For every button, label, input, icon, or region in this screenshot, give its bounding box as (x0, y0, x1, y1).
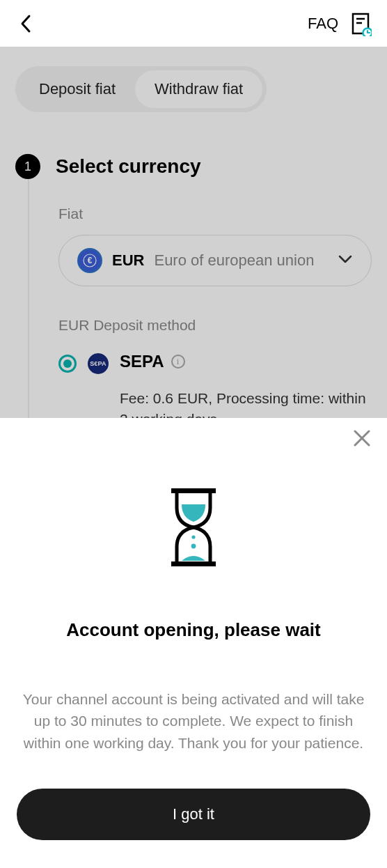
svg-rect-11 (171, 488, 216, 493)
step-1-header: 1 Select currency (15, 154, 372, 179)
modal-title: Account opening, please wait (66, 619, 321, 641)
header-right-group: FAQ (308, 13, 372, 35)
currency-code: EUR (112, 251, 144, 270)
close-icon (352, 428, 372, 448)
currency-select[interactable]: € EUR Euro of european union (58, 235, 372, 286)
top-header: FAQ (0, 0, 387, 47)
orders-icon[interactable] (351, 13, 372, 35)
fiat-tab-group: Deposit fiat Withdraw fiat (15, 66, 267, 112)
hourglass-icon (159, 487, 228, 568)
back-button[interactable] (15, 13, 38, 35)
modal-body: Account opening, please wait Your channe… (0, 449, 387, 754)
step-1-body: Fiat € EUR Euro of european union EUR De… (28, 179, 372, 431)
step-title: Select currency (56, 155, 201, 178)
chevron-down-icon (338, 254, 353, 267)
method-name: SEPA (120, 352, 164, 371)
modal-confirm-button[interactable]: I got it (17, 789, 370, 840)
euro-currency-icon: € (77, 248, 102, 273)
modal-text: Your channel account is being activated … (17, 688, 370, 754)
account-opening-modal: Account opening, please wait Your channe… (0, 418, 387, 868)
chevron-left-icon (19, 14, 33, 33)
currency-name: Euro of european union (154, 251, 314, 270)
tab-withdraw-fiat[interactable]: Withdraw fiat (135, 70, 262, 108)
page-content: Deposit fiat Withdraw fiat 1 Select curr… (0, 47, 387, 472)
modal-close-button[interactable] (349, 428, 374, 449)
svg-point-14 (191, 543, 196, 548)
deposit-method-label: EUR Deposit method (58, 317, 372, 334)
info-icon[interactable]: i (171, 355, 185, 369)
faq-link[interactable]: FAQ (308, 15, 338, 33)
step-number: 1 (15, 154, 40, 179)
svg-rect-12 (171, 561, 216, 566)
svg-point-13 (191, 535, 195, 538)
svg-text:€: € (88, 256, 93, 265)
tab-deposit-fiat[interactable]: Deposit fiat (19, 70, 135, 108)
sepa-icon: S€PA (88, 353, 109, 374)
radio-selected-icon (58, 355, 77, 373)
fiat-label: Fiat (58, 206, 372, 222)
